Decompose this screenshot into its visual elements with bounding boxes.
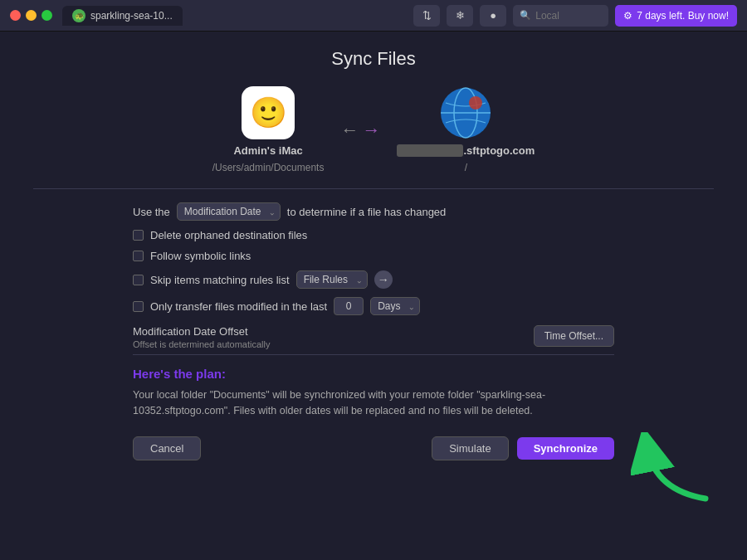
days-input[interactable] <box>334 297 364 315</box>
offset-subtitle: Offset is determined automatically <box>133 339 270 349</box>
cancel-button[interactable]: Cancel <box>133 436 201 460</box>
synchronize-button[interactable]: Synchronize <box>517 437 614 460</box>
skip-items-row: Skip items matching rules list File Rule… <box>133 270 614 289</box>
days-select-wrapper: Days <box>370 297 420 315</box>
use-the-label: Use the <box>133 206 170 218</box>
time-offset-button[interactable]: Time Offset... <box>534 325 614 347</box>
file-rules-select[interactable]: File Rules <box>296 270 368 289</box>
source-endpoint: 🙂 Admin's iMac /Users/admin/Documents <box>212 86 325 173</box>
search-input[interactable] <box>535 10 602 22</box>
only-transfer-label: Only transfer files modified in the last <box>150 300 327 313</box>
modification-date-select[interactable]: Modification Date <box>177 202 281 221</box>
circle-btn[interactable]: ● <box>480 5 506 27</box>
traffic-lights <box>10 10 52 21</box>
search-box: 🔍 <box>513 5 608 27</box>
plan-text: Your local folder "Documents" will be sy… <box>133 387 614 420</box>
only-transfer-row: Only transfer files modified in the last… <box>133 297 614 315</box>
offset-info: Modification Date Offset Offset is deter… <box>133 325 270 349</box>
file-rules-go-btn[interactable]: → <box>374 270 393 289</box>
follow-symlinks-row: Follow symbolic links <box>133 250 614 262</box>
to-determine-label: to determine if a file has changed <box>287 206 447 218</box>
arrow-right-icon: → <box>362 119 380 141</box>
titlebar: 🐢 sparkling-sea-10... ⇅ ❄ ● 🔍 ⚙ 7 days l… <box>0 0 747 32</box>
tab[interactable]: 🐢 sparkling-sea-10... <box>62 6 183 26</box>
source-path: /Users/admin/Documents <box>212 162 325 173</box>
destination-icon <box>439 86 492 139</box>
skip-items-label: Skip items matching rules list <box>150 274 290 286</box>
svg-point-3 <box>469 96 482 110</box>
plan-title: Here's the plan: <box>133 367 614 381</box>
search-icon: 🔍 <box>520 10 531 21</box>
source-icon: 🙂 <box>242 86 295 139</box>
offset-title: Modification Date Offset <box>133 325 270 338</box>
snowflake-btn[interactable]: ❄ <box>447 5 473 27</box>
minimize-button[interactable] <box>26 10 37 21</box>
close-button[interactable] <box>10 10 21 21</box>
plan-section: Here's the plan: Your local folder "Docu… <box>133 354 614 420</box>
destination-suffix: .sftptogo.com <box>463 144 535 157</box>
delete-orphaned-checkbox[interactable] <box>133 230 144 241</box>
destination-path: / <box>465 162 467 173</box>
skip-items-checkbox[interactable] <box>133 275 144 285</box>
maximize-button[interactable] <box>42 10 52 21</box>
destination-hostname-hidden <box>397 144 463 157</box>
buy-now-button[interactable]: ⚙ 7 days left. Buy now! <box>615 5 737 27</box>
btn-group: Simulate Synchronize <box>432 436 614 460</box>
page-title: Sync Files <box>331 48 415 70</box>
source-name: Admin's iMac <box>233 144 302 157</box>
toolbar-actions: ⇅ ❄ ● 🔍 ⚙ 7 days left. Buy now! <box>413 5 737 27</box>
transfer-btn[interactable]: ⇅ <box>413 5 440 27</box>
destination-endpoint: .sftptogo.com / <box>397 86 535 173</box>
simulate-button[interactable]: Simulate <box>432 436 509 460</box>
follow-symlinks-label: Follow symbolic links <box>150 250 251 262</box>
arrow-left-icon: ← <box>340 119 359 141</box>
delete-orphaned-row: Delete orphaned destination files <box>133 229 614 241</box>
buy-now-label: 7 days left. Buy now! <box>637 10 729 22</box>
file-rules-select-wrapper: File Rules <box>296 270 368 289</box>
modification-date-select-wrapper: Modification Date <box>177 202 281 221</box>
delete-orphaned-label: Delete orphaned destination files <box>150 229 307 241</box>
sync-arrows: ← → <box>340 119 380 141</box>
options-panel: Use the Modification Date to determine i… <box>133 202 614 349</box>
gear-icon: ⚙ <box>623 10 632 22</box>
main-content: Sync Files 🙂 Admin's iMac /Users/admin/D… <box>0 32 747 560</box>
bottom-actions: Cancel Simulate Synchronize <box>133 436 614 460</box>
tab-label: sparkling-sea-10... <box>90 10 173 22</box>
offset-section: Modification Date Offset Offset is deter… <box>133 325 614 349</box>
only-transfer-checkbox[interactable] <box>133 301 144 312</box>
follow-symlinks-checkbox[interactable] <box>133 251 144 261</box>
days-select[interactable]: Days <box>370 297 420 315</box>
modification-date-row: Use the Modification Date to determine i… <box>133 202 614 221</box>
divider-top <box>33 188 714 189</box>
tab-icon: 🐢 <box>72 9 85 22</box>
sync-endpoints: 🙂 Admin's iMac /Users/admin/Documents ← … <box>33 86 714 173</box>
